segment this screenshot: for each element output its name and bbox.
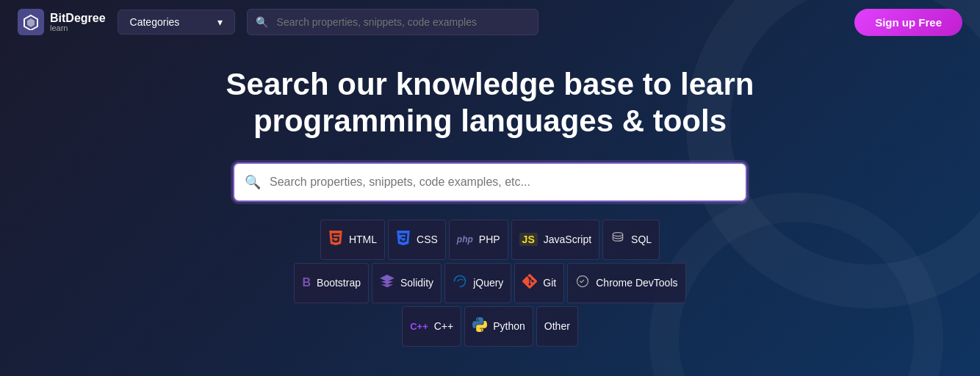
category-git[interactable]: Git [514, 263, 564, 303]
category-jquery[interactable]: jQuery [444, 263, 511, 303]
svg-marker-1 [27, 18, 35, 27]
bootstrap-icon: B [302, 276, 311, 289]
category-chrome-devtools[interactable]: Chrome DevTools [567, 263, 685, 303]
nav-search-container: 🔍 [247, 9, 539, 35]
category-html-label: HTML [349, 234, 377, 245]
css-icon [396, 231, 411, 249]
category-other-label: Other [544, 320, 570, 332]
solidity-icon [380, 274, 394, 292]
nav-search-input[interactable] [247, 9, 539, 35]
cpp-icon: C++ [410, 321, 428, 332]
php-icon: php [457, 234, 473, 245]
logo-text: BitDegree learn [50, 12, 106, 32]
sql-icon [610, 231, 625, 249]
categories-dropdown[interactable]: Categories ▾ [118, 10, 235, 35]
category-bootstrap[interactable]: B Bootstrap [294, 263, 369, 303]
main-content: Search our knowledge base to learn progr… [0, 44, 980, 350]
hero-title-line2: programming languages & tools [253, 104, 727, 138]
category-python-label: Python [493, 320, 525, 332]
jquery-icon [453, 274, 467, 292]
navbar: BitDegree learn Categories ▾ 🔍 Sign up F… [0, 0, 980, 44]
search-icon: 🔍 [256, 16, 268, 28]
svg-point-2 [613, 232, 622, 236]
hero-search-input[interactable] [233, 162, 747, 202]
category-python[interactable]: Python [464, 306, 533, 347]
chrome-devtools-icon [575, 274, 590, 292]
git-icon [522, 274, 537, 292]
python-icon [472, 317, 487, 336]
categories-label: Categories [130, 16, 180, 28]
category-sql[interactable]: SQL [602, 220, 660, 260]
category-solidity-label: Solidity [400, 277, 433, 289]
category-css-label: CSS [417, 234, 438, 245]
signup-button[interactable]: Sign up Free [854, 9, 962, 36]
category-cpp[interactable]: C++ C++ [402, 306, 461, 347]
category-chrome-devtools-label: Chrome DevTools [596, 277, 677, 289]
logo-brand: BitDegree [50, 12, 106, 24]
logo-sub: learn [50, 24, 106, 32]
category-row-3: C++ C++ Python Other [294, 306, 685, 347]
chevron-down-icon: ▾ [217, 16, 223, 28]
category-sql-label: SQL [631, 234, 652, 245]
html-icon [328, 231, 343, 249]
category-php[interactable]: php PHP [449, 220, 508, 260]
category-cpp-label: C++ [434, 320, 453, 332]
category-jquery-label: jQuery [473, 277, 503, 289]
category-git-label: Git [543, 277, 556, 289]
hero-title-line1: Search our knowledge base to learn [226, 67, 754, 101]
category-solidity[interactable]: Solidity [372, 263, 442, 303]
js-icon: JS [519, 233, 538, 246]
logo-icon [18, 9, 44, 35]
hero-title: Search our knowledge base to learn progr… [226, 66, 754, 140]
logo[interactable]: BitDegree learn [18, 9, 106, 35]
category-css[interactable]: CSS [388, 220, 446, 260]
hero-search-icon: 🔍 [245, 174, 261, 190]
category-row-2: B Bootstrap Solidity jQuery Git [294, 263, 685, 303]
category-row-1: HTML CSS php PHP JS JavaScript SQL [294, 220, 685, 260]
category-grid: HTML CSS php PHP JS JavaScript SQL [294, 220, 685, 350]
category-php-label: PHP [479, 234, 500, 245]
category-javascript-label: JavaScript [544, 234, 591, 245]
hero-search-container: 🔍 [233, 162, 747, 202]
category-html[interactable]: HTML [320, 220, 385, 260]
category-bootstrap-label: Bootstrap [317, 277, 361, 289]
category-other[interactable]: Other [536, 306, 578, 347]
category-javascript[interactable]: JS JavaScript [511, 220, 599, 260]
